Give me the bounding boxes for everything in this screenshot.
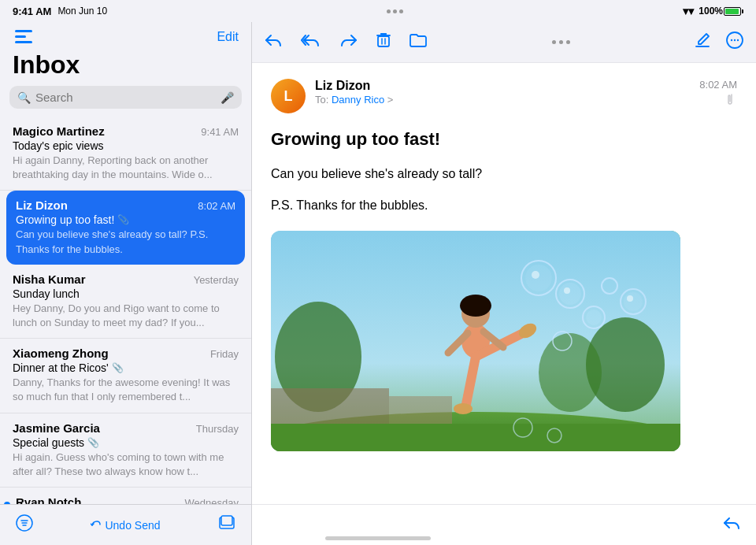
- undo-send-button[interactable]: Undo Send: [91, 519, 160, 532]
- right-toolbar: [252, 22, 756, 63]
- mail-subject: Today's epic views: [13, 139, 239, 152]
- attachment-small-icon: [726, 94, 737, 106]
- svg-point-30: [454, 403, 472, 414]
- email-meta: Liz Dizon To: Danny Rico >: [315, 79, 690, 106]
- mail-time: Yesterday: [194, 274, 239, 286]
- mail-item[interactable]: Nisha Kumar Yesterday Sunday lunch Hey D…: [0, 265, 251, 339]
- mail-subject: Special guests 📎: [13, 436, 239, 449]
- sender-name: Nisha Kumar: [13, 272, 86, 286]
- email-time: 8:02 AM: [699, 79, 737, 91]
- toolbar-center-dots: [552, 40, 570, 44]
- mail-preview: Danny, Thanks for the awesome evening! I…: [13, 376, 239, 404]
- svg-point-45: [627, 295, 633, 302]
- sender-name: Xiaomeng Zhong: [13, 347, 109, 360]
- mail-item[interactable]: Magico Martinez 9:41 AM Today's epic vie…: [0, 117, 251, 191]
- attachment-icon: 📎: [117, 214, 129, 225]
- sender-name: Jasmine Garcia: [13, 421, 100, 435]
- sender-name: Ryan Notch: [16, 495, 81, 504]
- mail-time: Friday: [210, 348, 239, 360]
- mail-time: 9:41 AM: [201, 126, 239, 138]
- mail-time: Wednesday: [185, 497, 239, 504]
- compose-icon[interactable]: [695, 32, 710, 52]
- reply-all-icon[interactable]: [301, 33, 321, 51]
- svg-point-41: [624, 292, 643, 311]
- mail-item[interactable]: Ryan Notch Wednesday Out of town Howdy, …: [0, 488, 251, 504]
- email-sender-name: Liz Dizon: [315, 79, 690, 93]
- svg-point-14: [734, 39, 736, 41]
- mail-list-header: Edit: [0, 22, 251, 49]
- mail-subject: Dinner at the Ricos' 📎: [13, 361, 239, 374]
- mail-time: Thursday: [196, 423, 239, 435]
- folder-icon[interactable]: [410, 33, 427, 51]
- left-bottom-toolbar: Undo Send: [0, 504, 251, 545]
- email-photo: [271, 231, 680, 451]
- attachment-icon: 📎: [87, 437, 99, 448]
- status-bar: 9:41 AM Mon Jun 10 ▾▾ 100%: [0, 0, 756, 22]
- avatar: L: [271, 79, 306, 113]
- toolbar-right-icons: [695, 32, 743, 53]
- reply-icon-bottom[interactable]: [723, 516, 740, 534]
- mail-time: 8:02 AM: [198, 200, 235, 212]
- email-recipient: Danny Rico: [332, 94, 384, 106]
- svg-rect-1: [15, 35, 26, 38]
- svg-rect-22: [271, 388, 389, 424]
- svg-point-26: [460, 295, 491, 317]
- search-icon: 🔍: [17, 91, 31, 104]
- mail-subject: Sunday lunch: [13, 287, 239, 300]
- mail-preview: Hi again Danny, Reporting back on anothe…: [13, 154, 239, 182]
- search-input[interactable]: [35, 91, 216, 104]
- toolbar-nav-icons: [265, 32, 427, 52]
- microphone-icon[interactable]: 🎤: [220, 91, 234, 104]
- status-date: Mon Jun 10: [57, 6, 107, 17]
- home-indicator: [325, 536, 431, 540]
- filter-icon[interactable]: [16, 514, 33, 536]
- mail-preview: Can you believe she's already so tall? P…: [16, 228, 235, 256]
- reply-back-icon[interactable]: [265, 33, 282, 51]
- compose-stack-icon[interactable]: [218, 514, 235, 536]
- sender-name: Magico Martinez: [13, 124, 105, 138]
- mail-subject: Growing up too fast! 📎: [16, 213, 235, 226]
- svg-point-43: [564, 287, 570, 294]
- search-bar[interactable]: 🔍 🎤: [9, 86, 242, 109]
- svg-point-13: [731, 39, 732, 41]
- svg-rect-8: [221, 516, 232, 525]
- svg-point-38: [525, 265, 552, 291]
- email-subject: Growing up too fast!: [271, 129, 737, 150]
- svg-rect-23: [389, 396, 452, 424]
- email-body-line2: P.S. Thanks for the bubbles.: [271, 195, 737, 216]
- svg-rect-18: [271, 424, 680, 451]
- email-header: L Liz Dizon To: Danny Rico > 8:02 AM: [271, 79, 737, 113]
- svg-point-15: [737, 39, 739, 41]
- mail-list-panel: Edit Inbox 🔍 🎤 Magico Martinez 9:41 AM T…: [0, 22, 252, 545]
- forward-icon[interactable]: [340, 33, 358, 51]
- status-indicators: ▾▾ 100%: [683, 5, 743, 17]
- mail-item[interactable]: Xiaomeng Zhong Friday Dinner at the Rico…: [0, 339, 251, 413]
- email-content: L Liz Dizon To: Danny Rico > 8:02 AM Gro…: [252, 63, 756, 504]
- more-options-icon[interactable]: [726, 32, 743, 53]
- svg-point-36: [586, 310, 602, 325]
- mail-item[interactable]: Jasmine Garcia Thursday Special guests 📎…: [0, 413, 251, 488]
- mail-preview: Hey Danny, Do you and Rigo want to come …: [13, 302, 239, 330]
- wifi-icon: ▾▾: [683, 5, 694, 17]
- avatar-initial: L: [284, 88, 293, 105]
- sender-name: Liz Dizon: [16, 198, 68, 212]
- inbox-title: Inbox: [0, 49, 251, 86]
- svg-rect-0: [15, 30, 32, 32]
- attachment-icon: 📎: [112, 362, 124, 373]
- svg-point-34: [559, 283, 581, 305]
- app-container: Edit Inbox 🔍 🎤 Magico Martinez 9:41 AM T…: [0, 22, 756, 545]
- email-timestamp: 8:02 AM: [699, 79, 737, 106]
- email-body-line1: Can you believe she's already so tall?: [271, 164, 737, 184]
- svg-rect-9: [378, 36, 389, 46]
- edit-button[interactable]: Edit: [217, 30, 239, 44]
- mail-item-selected[interactable]: Liz Dizon 8:02 AM Growing up too fast! 📎…: [6, 191, 245, 264]
- email-to: To: Danny Rico >: [315, 94, 690, 106]
- mail-list: Magico Martinez 9:41 AM Today's epic vie…: [0, 117, 251, 504]
- sidebar-toggle-button[interactable]: [13, 28, 35, 46]
- mail-preview: Hi again. Guess who's coming to town wit…: [13, 450, 239, 479]
- email-detail-panel: L Liz Dizon To: Danny Rico > 8:02 AM Gro…: [252, 22, 756, 545]
- svg-rect-2: [15, 41, 32, 43]
- email-body: Can you believe she's already so tall? P…: [271, 164, 737, 215]
- trash-icon[interactable]: [376, 32, 391, 52]
- svg-point-21: [539, 333, 602, 412]
